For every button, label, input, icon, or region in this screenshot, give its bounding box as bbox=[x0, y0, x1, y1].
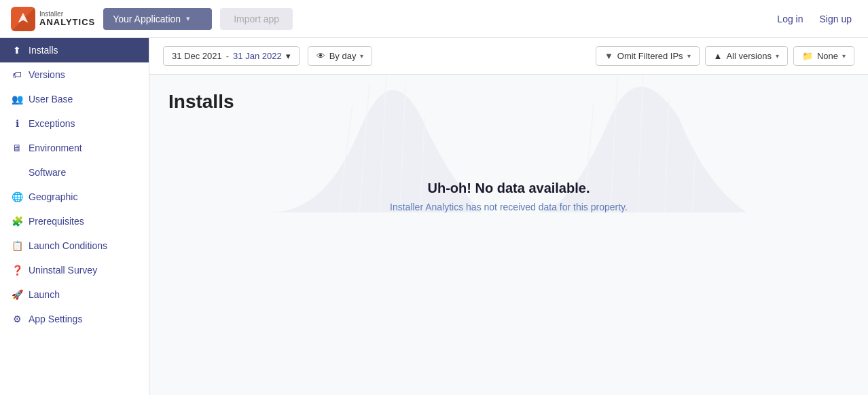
sidebar-label-user-base: User Base bbox=[29, 94, 73, 105]
logo-text: Installer ANALYTICS bbox=[39, 10, 95, 27]
date-chevron-icon: ▾ bbox=[286, 51, 291, 61]
sidebar-item-app-settings[interactable]: ⚙App Settings bbox=[0, 307, 149, 331]
folder-icon: 📁 bbox=[802, 51, 813, 61]
exceptions-icon: ℹ bbox=[11, 118, 23, 129]
sidebar-item-installs[interactable]: ⬆Installs bbox=[0, 38, 149, 62]
sidebar-label-prerequisites: Prerequisites bbox=[29, 216, 84, 227]
omit-filtered-ips-button[interactable]: ▼ Omit Filtered IPs ▾ bbox=[596, 46, 700, 66]
app-selector-chevron-icon: ▾ bbox=[186, 14, 190, 23]
date-separator: - bbox=[226, 51, 229, 61]
filters-bar: 31 Dec 2021 - 31 Jan 2022 ▾ 👁 By day ▾ ▼… bbox=[149, 38, 868, 75]
launch-conditions-icon: 📋 bbox=[11, 240, 23, 251]
sidebar-item-launch[interactable]: 🚀Launch bbox=[0, 282, 149, 307]
sidebar-label-installs: Installs bbox=[29, 45, 58, 56]
sidebar-item-software[interactable]: Software bbox=[0, 160, 149, 185]
app-selector-label: Your Application bbox=[113, 14, 181, 24]
sidebar-label-software: Software bbox=[29, 167, 66, 178]
omit-ips-label: Omit Filtered IPs bbox=[617, 51, 683, 61]
sidebar-item-geographic[interactable]: 🌐Geographic bbox=[0, 185, 149, 209]
prerequisites-icon: 🧩 bbox=[11, 216, 23, 227]
date-end: 31 Jan 2022 bbox=[233, 51, 282, 61]
versions-chart-icon: ▲ bbox=[714, 51, 723, 61]
no-data-container: Uh-oh! No data available. Installer Anal… bbox=[168, 126, 849, 212]
logo: Installer ANALYTICS bbox=[11, 7, 95, 31]
sidebar-label-launch-conditions: Launch Conditions bbox=[29, 240, 107, 251]
app-settings-icon: ⚙ bbox=[11, 314, 23, 324]
versions-label: All versions bbox=[726, 51, 771, 61]
signup-link[interactable]: Sign up bbox=[814, 11, 857, 27]
page-body: Installs bbox=[149, 75, 868, 395]
sidebar: ⬆Installs🏷Versions👥User BaseℹExceptions🖥… bbox=[0, 38, 149, 395]
sidebar-item-launch-conditions[interactable]: 📋Launch Conditions bbox=[0, 233, 149, 258]
none-label: None bbox=[817, 51, 838, 61]
logo-icon bbox=[11, 7, 35, 31]
sidebar-label-launch: Launch bbox=[29, 289, 60, 300]
no-data-title: Uh-oh! No data available. bbox=[390, 181, 628, 196]
no-data-subtitle: Installer Analytics has not received dat… bbox=[390, 202, 628, 212]
environment-icon: 🖥 bbox=[11, 143, 23, 153]
view-chevron-icon: ▾ bbox=[360, 52, 363, 60]
sidebar-label-versions: Versions bbox=[29, 69, 65, 80]
topbar-left: Installer ANALYTICS Your Application ▾ I… bbox=[11, 7, 293, 31]
main-layout: ⬆Installs🏷Versions👥User BaseℹExceptions🖥… bbox=[0, 38, 868, 395]
sidebar-item-versions[interactable]: 🏷Versions bbox=[0, 62, 149, 87]
versions-selector[interactable]: ▲ All versions ▾ bbox=[705, 46, 788, 66]
versions-icon: 🏷 bbox=[11, 69, 23, 80]
sidebar-label-geographic: Geographic bbox=[29, 191, 77, 202]
sidebar-label-app-settings: App Settings bbox=[29, 314, 82, 324]
view-mode-selector[interactable]: 👁 By day ▾ bbox=[308, 46, 373, 66]
no-data-message: Uh-oh! No data available. Installer Anal… bbox=[390, 181, 628, 212]
installs-icon: ⬆ bbox=[11, 45, 23, 56]
folder-chevron-icon: ▾ bbox=[842, 52, 846, 60]
topbar-right: Log in Sign up bbox=[772, 11, 857, 27]
topbar: Installer ANALYTICS Your Application ▾ I… bbox=[0, 0, 868, 38]
launch-icon: 🚀 bbox=[11, 289, 23, 300]
sidebar-item-exceptions[interactable]: ℹExceptions bbox=[0, 111, 149, 136]
funnel-icon: ▼ bbox=[604, 51, 613, 61]
content-area: 31 Dec 2021 - 31 Jan 2022 ▾ 👁 By day ▾ ▼… bbox=[149, 38, 868, 395]
import-app-button[interactable]: Import app bbox=[220, 8, 293, 30]
logo-line2: ANALYTICS bbox=[39, 18, 95, 27]
sidebar-item-uninstall-survey[interactable]: ❓Uninstall Survey bbox=[0, 258, 149, 282]
view-mode-label: By day bbox=[329, 51, 357, 61]
sidebar-item-prerequisites[interactable]: 🧩Prerequisites bbox=[0, 209, 149, 233]
folder-selector[interactable]: 📁 None ▾ bbox=[793, 46, 854, 66]
uninstall-survey-icon: ❓ bbox=[11, 265, 23, 276]
view-eye-icon: 👁 bbox=[317, 51, 325, 61]
login-link[interactable]: Log in bbox=[772, 11, 808, 27]
sidebar-item-environment[interactable]: 🖥Environment bbox=[0, 136, 149, 160]
sidebar-label-environment: Environment bbox=[29, 143, 82, 153]
date-start: 31 Dec 2021 bbox=[172, 51, 222, 61]
omit-chevron-icon: ▾ bbox=[687, 52, 691, 60]
versions-chevron-icon: ▾ bbox=[776, 52, 779, 60]
sidebar-item-user-base[interactable]: 👥User Base bbox=[0, 87, 149, 111]
filter-group: ▼ Omit Filtered IPs ▾ ▲ All versions ▾ 📁… bbox=[596, 46, 854, 66]
date-range-picker[interactable]: 31 Dec 2021 - 31 Jan 2022 ▾ bbox=[163, 46, 300, 66]
app-selector-button[interactable]: Your Application ▾ bbox=[103, 8, 212, 30]
sidebar-label-exceptions: Exceptions bbox=[29, 118, 75, 129]
geographic-icon: 🌐 bbox=[11, 191, 23, 202]
sidebar-label-uninstall-survey: Uninstall Survey bbox=[29, 265, 97, 276]
user-base-icon: 👥 bbox=[11, 94, 23, 105]
